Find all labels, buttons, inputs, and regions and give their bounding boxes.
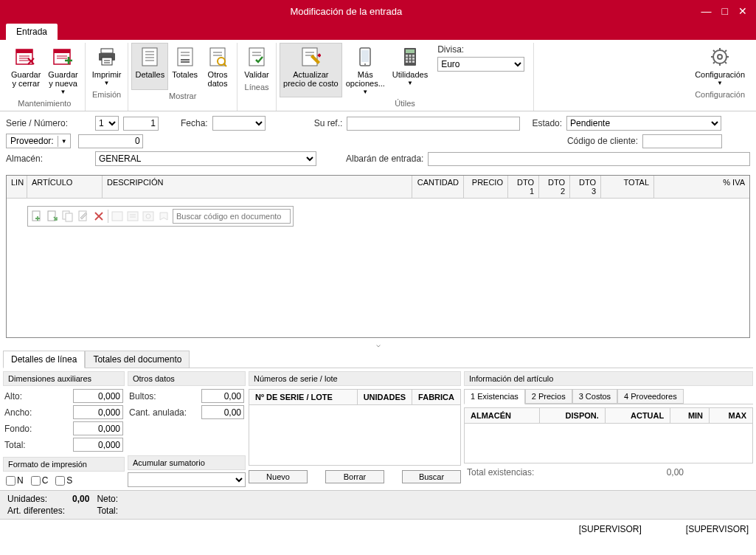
alto-input[interactable] bbox=[73, 389, 123, 403]
dropdown-arrow-icon: ▼ bbox=[362, 89, 368, 95]
tool-b-icon[interactable] bbox=[126, 210, 139, 223]
numero-input[interactable] bbox=[123, 117, 159, 131]
tab-totales-documento[interactable]: Totales del documento bbox=[85, 351, 190, 368]
checkbox-s[interactable]: S bbox=[55, 475, 72, 486]
svg-rect-40 bbox=[406, 49, 415, 53]
grid-col-dto1[interactable]: DTO 1 bbox=[508, 176, 539, 198]
tool-c-icon[interactable] bbox=[142, 210, 155, 223]
almacen-select[interactable]: GENERAL bbox=[95, 151, 316, 166]
col-serie[interactable]: Nº DE SERIE / LOTE bbox=[249, 390, 358, 405]
details-button[interactable]: Detalles bbox=[131, 43, 168, 90]
total-dim-input[interactable] bbox=[73, 438, 123, 452]
dropdown-arrow-icon: ▼ bbox=[60, 89, 66, 95]
svg-rect-49 bbox=[412, 61, 415, 63]
proveedor-input[interactable] bbox=[78, 134, 143, 148]
update-price-button[interactable]: Actualizar precio de costo bbox=[280, 43, 342, 97]
acumular-select[interactable] bbox=[128, 472, 246, 487]
checkbox-c[interactable]: C bbox=[31, 475, 49, 486]
tab-existencias[interactable]: 1 Existencias bbox=[464, 389, 525, 404]
maximize-button[interactable]: □ bbox=[722, 5, 728, 17]
checkbox-n[interactable]: N bbox=[6, 475, 24, 486]
dropdown-arrow-icon: ▼ bbox=[717, 80, 723, 86]
grid-col-iva[interactable]: % IVA bbox=[654, 176, 749, 198]
gear-icon bbox=[708, 45, 732, 69]
save-new-button[interactable]: Guardar y nueva ▼ bbox=[44, 43, 81, 97]
svg-rect-6 bbox=[54, 49, 70, 53]
svg-rect-63 bbox=[66, 213, 72, 221]
grid-search-input[interactable] bbox=[173, 209, 291, 224]
estado-select[interactable]: Pendiente bbox=[566, 116, 721, 131]
svg-rect-11 bbox=[102, 58, 112, 65]
validate-button[interactable]: Validar bbox=[240, 43, 273, 81]
more-options-button[interactable]: Más opciones... ▼ bbox=[342, 43, 389, 97]
copy-row-icon[interactable] bbox=[61, 210, 74, 223]
buscar-button[interactable]: Buscar bbox=[402, 470, 461, 483]
bultos-input[interactable] bbox=[201, 389, 244, 403]
other-data-button[interactable]: Otros datos bbox=[201, 43, 234, 90]
cant-anulada-input[interactable] bbox=[201, 405, 244, 419]
su-ref-input[interactable] bbox=[347, 117, 520, 131]
borrar-button[interactable]: Borrar bbox=[325, 470, 384, 483]
fecha-label: Fecha: bbox=[181, 118, 208, 128]
svg-rect-47 bbox=[406, 61, 408, 63]
tab-detalles-linea[interactable]: Detalles de línea bbox=[3, 351, 85, 368]
new-row-icon[interactable] bbox=[30, 210, 44, 223]
tab-proveedores[interactable]: 4 Proveedores bbox=[617, 389, 684, 404]
tool-a-icon[interactable] bbox=[111, 210, 124, 223]
ribbon-group-emision: Imprimir ▼ Emisión bbox=[86, 43, 129, 111]
svg-rect-43 bbox=[412, 55, 415, 57]
grid-col-lin[interactable]: LIN bbox=[7, 176, 27, 198]
utilities-button[interactable]: Utilidades ▼ bbox=[389, 43, 431, 97]
almacen-label: Almacén: bbox=[6, 154, 91, 164]
col-actual[interactable]: ACTUAL bbox=[605, 408, 670, 424]
col-unidades[interactable]: UNIDADES bbox=[357, 390, 412, 405]
expander-icon[interactable]: ⌵ bbox=[0, 339, 756, 349]
main-tabstrip: Entrada bbox=[0, 22, 756, 40]
close-button[interactable]: ✕ bbox=[738, 5, 747, 17]
col-almacen[interactable]: ALMACÉN bbox=[465, 408, 540, 424]
print-button[interactable]: Imprimir ▼ bbox=[89, 43, 125, 89]
nuevo-button[interactable]: Nuevo bbox=[249, 470, 308, 483]
tab-costos[interactable]: 3 Costos bbox=[572, 389, 617, 404]
panel-header-otros: Otros datos bbox=[128, 371, 246, 386]
delete-row-icon[interactable] bbox=[92, 210, 105, 223]
minimize-button[interactable]: — bbox=[701, 5, 712, 17]
col-max[interactable]: MAX bbox=[710, 408, 753, 424]
proveedor-dropdown[interactable]: ▼ bbox=[58, 136, 70, 147]
tool-d-icon[interactable] bbox=[157, 210, 170, 223]
grid-col-dto2[interactable]: DTO 2 bbox=[539, 176, 570, 198]
tab-precios[interactable]: 2 Precios bbox=[525, 389, 572, 404]
grid-col-cantidad[interactable]: CANTIDAD bbox=[412, 176, 464, 198]
codigo-cliente-input[interactable] bbox=[642, 134, 722, 148]
grid-col-total[interactable]: TOTAL bbox=[601, 176, 654, 198]
tab-entrada[interactable]: Entrada bbox=[6, 24, 58, 40]
config-button[interactable]: Configuración ▼ bbox=[691, 43, 749, 89]
grid-col-precio[interactable]: PRECIO bbox=[464, 176, 508, 198]
grid-body[interactable] bbox=[7, 199, 749, 337]
grid-col-descripcion[interactable]: DESCRIPCIÓN bbox=[103, 176, 412, 198]
su-ref-label: Su ref.: bbox=[314, 118, 343, 128]
grid-header: LIN ARTÍCULO DESCRIPCIÓN CANTIDAD PRECIO… bbox=[7, 176, 749, 199]
ribbon-group-mantenimiento: Guardar y cerrar Guardar y nueva ▼ Mante… bbox=[4, 43, 86, 111]
panel-dimensiones: Dimensiones auxiliares Alto: Ancho: Fond… bbox=[3, 371, 125, 487]
grid-col-dto3[interactable]: DTO 3 bbox=[570, 176, 601, 198]
grid-col-articulo[interactable]: ARTÍCULO bbox=[27, 176, 103, 198]
albaran-input[interactable] bbox=[428, 152, 750, 166]
ancho-input[interactable] bbox=[73, 405, 123, 419]
fondo-input[interactable] bbox=[73, 421, 123, 435]
validate-icon bbox=[245, 45, 268, 69]
totals-button[interactable]: Totales bbox=[168, 43, 201, 90]
col-dispon[interactable]: DISPON. bbox=[540, 408, 605, 424]
svg-point-38 bbox=[364, 63, 366, 65]
svg-point-51 bbox=[718, 55, 722, 59]
col-fabrica[interactable]: FABRICA bbox=[412, 390, 461, 405]
insert-row-icon[interactable] bbox=[46, 210, 59, 223]
fecha-select[interactable] bbox=[212, 116, 266, 131]
edit-row-icon[interactable] bbox=[77, 210, 90, 223]
save-close-button[interactable]: Guardar y cerrar bbox=[7, 43, 44, 97]
serie-select[interactable]: 1 bbox=[95, 116, 119, 131]
currency-select[interactable]: Euro bbox=[437, 57, 524, 72]
col-min[interactable]: MIN bbox=[670, 408, 710, 424]
svg-rect-65 bbox=[112, 212, 122, 221]
svg-rect-46 bbox=[412, 58, 415, 60]
